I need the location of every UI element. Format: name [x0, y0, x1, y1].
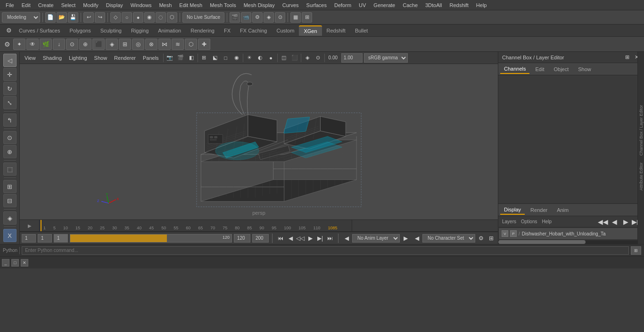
tab-fx-caching[interactable]: FX Caching [235, 26, 272, 35]
cb-tab-object[interactable]: Object [550, 65, 572, 73]
layer-row[interactable]: V P / Dishwasher_Hobart_with_Unloading_T… [499, 228, 643, 239]
layer-back-btn[interactable]: ◀ [609, 217, 619, 227]
panel-float-btn[interactable]: ⊞ [623, 54, 631, 61]
menu-mesh-tools[interactable]: Mesh Tools [206, 1, 239, 9]
play-end-field[interactable] [252, 234, 269, 243]
layer-scrollbar-thumb[interactable] [498, 240, 586, 244]
undo-btn[interactable]: ↩ [83, 12, 94, 23]
xgen-tool3[interactable]: 🌿 [40, 39, 52, 50]
current-frame-field[interactable] [22, 234, 36, 243]
tab-redshift[interactable]: Redshift [322, 26, 350, 35]
vp-menu-panels[interactable]: Panels [140, 54, 162, 62]
cb-tab-show[interactable]: Show [574, 65, 595, 73]
move-tool[interactable]: ✛ [3, 68, 17, 81]
lighting-toggle-btn[interactable]: ☀ [245, 53, 254, 63]
playhead[interactable] [41, 220, 41, 231]
python-submit-btn[interactable]: ⊞ [631, 246, 641, 255]
render-view-btn[interactable]: 🎬 [230, 12, 240, 23]
display-settings-btn[interactable]: ▦ [290, 12, 301, 23]
vp-menu-view[interactable]: View [22, 54, 39, 62]
vp-menu-lighting[interactable]: Lighting [66, 54, 90, 62]
grid-toggle-btn[interactable]: ⊞ [199, 53, 209, 63]
edge-tab-attribute-editor[interactable]: Attribute Editor [638, 160, 644, 194]
show-manip-tool[interactable]: ⊕ [3, 145, 17, 158]
menu-cache[interactable]: Cache [399, 1, 421, 9]
menu-curves[interactable]: Curves [279, 1, 303, 9]
wireframe-btn[interactable]: □ [221, 53, 231, 63]
python-input[interactable] [22, 246, 629, 255]
rotate-tool[interactable]: ↻ [3, 82, 17, 95]
frame-field3[interactable] [54, 234, 68, 243]
xgen-tool10[interactable]: ◎ [132, 39, 144, 50]
menu-deform[interactable]: Deform [330, 1, 355, 9]
help-label[interactable]: Help [540, 219, 553, 224]
select-tool[interactable]: ◁ [3, 54, 17, 67]
next-frame-btn[interactable]: ▶| [315, 234, 325, 243]
menu-redshift[interactable]: Redshift [446, 1, 472, 9]
layer-visibility-p[interactable]: P [510, 230, 517, 237]
xgen-tool9[interactable]: ⊞ [119, 39, 131, 50]
camera-settings-btn[interactable]: 📷 [165, 53, 174, 63]
window-close-btn[interactable]: ✕ [21, 259, 28, 267]
options-label[interactable]: Options [519, 219, 539, 224]
vp-menu-show[interactable]: Show [91, 54, 110, 62]
paint-select-btn[interactable]: ● [133, 12, 143, 23]
anim-layer-next[interactable]: ▶ [401, 234, 410, 243]
xgen-tool7[interactable]: ⬛ [92, 39, 105, 50]
window-minimize-btn[interactable]: _ [2, 259, 9, 267]
menu-file[interactable]: File [2, 1, 18, 9]
live-surface-btn[interactable]: No Live Surface [182, 12, 224, 23]
snap-curve[interactable]: ⊟ [3, 194, 17, 207]
tab-rigging[interactable]: Rigging [126, 26, 153, 35]
soft-mod-tool[interactable]: ⊙ [3, 131, 17, 144]
xgen-tool1[interactable]: ✦ [13, 39, 25, 50]
open-scene-btn[interactable]: 📂 [57, 12, 67, 23]
menu-windows[interactable]: Windows [127, 1, 156, 9]
menu-help[interactable]: Help [472, 1, 491, 9]
anim-layer-select[interactable]: No Anim Layer [352, 234, 400, 243]
isolate-toggle-btn[interactable]: ◈ [303, 53, 312, 63]
play-back-btn[interactable]: ◁◁ [296, 234, 305, 243]
smooth-shade-btn[interactable]: ◉ [232, 53, 241, 63]
xray-toggle-btn[interactable]: ⊙ [314, 53, 323, 63]
char-set-extra[interactable]: ⊞ [487, 234, 496, 243]
tab-xgen[interactable]: XGen [299, 25, 322, 36]
prev-frame-btn[interactable]: ◀ [286, 234, 295, 243]
cb-tab-edit[interactable]: Edit [531, 65, 548, 73]
menu-surfaces[interactable]: Surfaces [303, 1, 330, 9]
viewport-3d[interactable]: X Y Z persp [20, 64, 498, 219]
isolate-select[interactable]: ◈ [3, 211, 17, 225]
go-end-btn[interactable]: ⏭ [325, 234, 335, 243]
anim-end-field[interactable] [234, 234, 250, 243]
xgen-tool5[interactable]: ⊙ [66, 39, 78, 50]
tab-polygons[interactable]: Polygons [65, 26, 95, 35]
vp-menu-renderer[interactable]: Renderer [111, 54, 139, 62]
xgen-tool13[interactable]: ≋ [172, 39, 184, 50]
menu-create[interactable]: Create [34, 1, 58, 9]
anim-layer-prev[interactable]: ◀ [342, 234, 351, 243]
layer-fwd-btn[interactable]: ▶ [620, 217, 631, 227]
film-gate-btn[interactable]: ◧ [187, 53, 196, 63]
render-settings-btn[interactable]: ⚙ [252, 12, 263, 23]
menu-display[interactable]: Display [102, 1, 127, 9]
render-seq-btn[interactable]: 📹 [241, 12, 251, 23]
snap-grid[interactable]: ⊞ [3, 180, 17, 193]
new-scene-btn[interactable]: 📄 [45, 12, 56, 23]
viewport-offset-field[interactable] [341, 53, 363, 63]
ao-toggle-btn[interactable]: ● [266, 53, 276, 63]
select-tool-btn[interactable]: ◇ [110, 12, 121, 23]
menu-3dto[interactable]: 3DtoAll [421, 1, 446, 9]
tab-rendering[interactable]: Rendering [186, 26, 219, 35]
window-restore-btn[interactable]: □ [11, 259, 19, 267]
vp-menu-shading[interactable]: Shading [40, 54, 65, 62]
layer-scrollbar[interactable] [498, 240, 644, 244]
viewport[interactable]: View Shading Lighting Show Renderer Pane… [20, 52, 498, 219]
lasso2-btn[interactable]: ◌ [156, 12, 166, 23]
display-quality-btn[interactable]: ◫ [279, 53, 289, 63]
tab-fx[interactable]: FX [219, 26, 235, 35]
menu-mesh-display[interactable]: Mesh Display [240, 1, 279, 9]
last-tool[interactable]: ↰ [3, 113, 17, 127]
render-globals-btn[interactable]: ⊙ [275, 12, 285, 23]
go-start-btn[interactable]: ⏮ [276, 234, 285, 243]
play-fwd-btn[interactable]: ▶ [305, 234, 315, 243]
